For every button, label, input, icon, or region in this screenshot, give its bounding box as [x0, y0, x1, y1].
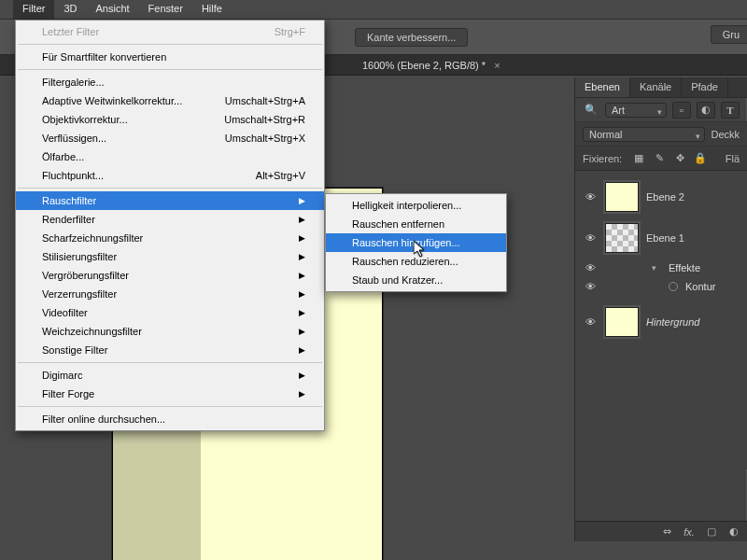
- chevron-right-icon: ▶: [299, 289, 305, 299]
- menubar: Filter 3D Ansicht Fenster Hilfe: [0, 0, 747, 20]
- filter-menu: Letzter FilterStrg+F Für Smartfilter kon…: [15, 20, 325, 431]
- menu-item-letzter-filter[interactable]: Letzter FilterStrg+F: [16, 22, 324, 41]
- menu-item-scharf[interactable]: Scharfzeichnungsfilter▶: [16, 229, 324, 247]
- chevron-right-icon: ▶: [299, 252, 305, 261]
- layer-row[interactable]: 👁 Hintergrund: [575, 301, 747, 343]
- visibility-icon[interactable]: 👁: [583, 191, 598, 203]
- menu-item-smartfilter[interactable]: Für Smartfilter konvertieren: [16, 48, 324, 66]
- document-tab[interactable]: 1600% (Ebene 2, RGB/8) * ×: [355, 60, 508, 71]
- search-icon[interactable]: 🔍: [583, 102, 599, 119]
- chevron-right-icon: ▶: [299, 215, 305, 224]
- menu-ansicht[interactable]: Ansicht: [87, 0, 139, 19]
- filter-image-icon[interactable]: ▫: [672, 102, 691, 119]
- menu-separator: [18, 69, 322, 70]
- mask-icon[interactable]: ▢: [704, 525, 719, 539]
- filter-type-icon[interactable]: T: [721, 102, 740, 119]
- blend-mode-select[interactable]: Normal ▾: [583, 127, 705, 142]
- filter-adjust-icon[interactable]: ◐: [697, 102, 715, 119]
- menu-item-digimarc[interactable]: Digimarc▶: [16, 366, 324, 385]
- link-icon[interactable]: ⇔: [659, 525, 674, 539]
- lock-move-icon[interactable]: ✥: [672, 151, 687, 166]
- filter-row: 🔍 Art ▾ ▫ ◐ T: [575, 98, 747, 122]
- menu-fenster[interactable]: Fenster: [139, 0, 192, 19]
- lock-transparent-icon[interactable]: ▦: [631, 151, 646, 166]
- chevron-down-icon: ▾: [657, 107, 662, 117]
- menu-item-sonstige[interactable]: Sonstige Filter▶: [16, 341, 324, 359]
- chevron-right-icon: ▶: [299, 233, 305, 243]
- chevron-right-icon: ▶: [299, 327, 305, 336]
- menu-3d[interactable]: 3D: [54, 0, 86, 19]
- menu-item-weitwinkel[interactable]: Adaptive Weitwinkelkorrektur...Umschalt+…: [16, 91, 324, 110]
- chevron-right-icon: ▶: [299, 308, 305, 317]
- layer-name[interactable]: Hintergrund: [646, 316, 699, 328]
- submenu-helligkeit[interactable]: Helligkeit interpolieren...: [326, 196, 506, 215]
- menu-item-filterforge[interactable]: Filter Forge▶: [16, 385, 324, 403]
- menu-item-online[interactable]: Filter online durchsuchen...: [16, 410, 324, 428]
- refine-edge-button[interactable]: Kante verbessern...: [355, 28, 468, 47]
- visibility-icon[interactable]: 👁: [583, 316, 598, 328]
- layer-thumb[interactable]: [605, 223, 639, 253]
- group-button[interactable]: Gru: [711, 25, 747, 44]
- menu-hilfe[interactable]: Hilfe: [192, 0, 232, 19]
- menu-item-video[interactable]: Videofilter▶: [16, 303, 324, 322]
- chevron-right-icon: ▶: [299, 371, 305, 380]
- menu-item-verfluessigen[interactable]: Verflüssigen...Umschalt+Strg+X: [16, 129, 324, 147]
- close-icon[interactable]: ×: [494, 60, 500, 71]
- effect-name: Kontur: [685, 281, 715, 292]
- menu-item-rauschfilter[interactable]: Rauschfilter▶: [16, 191, 324, 210]
- submenu-staub[interactable]: Staub und Kratzer...: [326, 271, 506, 289]
- panel-tabs: Ebenen Kanäle Pfade: [575, 77, 747, 98]
- layer-effects-header[interactable]: 👁 ▾ Effekte: [575, 259, 747, 277]
- menu-item-verzerr[interactable]: Verzerrungsfilter▶: [16, 285, 324, 303]
- adjust-icon[interactable]: ◐: [726, 525, 741, 539]
- menu-item-weichzeichen[interactable]: Weichzeichnungsfilter▶: [16, 322, 324, 341]
- menu-filter[interactable]: Filter: [13, 0, 54, 19]
- lock-all-icon[interactable]: 🔒: [693, 151, 708, 166]
- menu-separator: [18, 406, 322, 407]
- layer-name[interactable]: Ebene 1: [646, 232, 684, 244]
- chevron-right-icon: ▶: [299, 196, 305, 205]
- menu-item-renderfilter[interactable]: Renderfilter▶: [16, 210, 324, 229]
- fix-label: Fixieren:: [583, 153, 622, 164]
- layer-row[interactable]: 👁 Ebene 1: [575, 217, 747, 259]
- chevron-down-icon: ▾: [696, 132, 700, 141]
- layer-effect-item[interactable]: 👁 Kontur: [575, 277, 747, 296]
- chevron-right-icon: ▶: [299, 389, 305, 399]
- visibility-icon[interactable]: 👁: [583, 232, 598, 244]
- menu-item-objektiv[interactable]: Objektivkorrektur...Umschalt+Strg+R: [16, 110, 324, 129]
- lock-row: Fixieren: ▦ ✎ ✥ 🔒 Flä: [575, 147, 747, 171]
- fill-label: Flä: [726, 153, 740, 164]
- menu-item-vergroeb[interactable]: Vergröberungsfilter▶: [16, 266, 324, 285]
- layers-list: 👁 Ebene 2 👁 Ebene 1 👁 ▾ Effekte 👁 Kontur…: [575, 171, 747, 469]
- submenu-hinzufuegen[interactable]: Rauschen hinzufügen...: [326, 233, 506, 252]
- layer-thumb[interactable]: [605, 182, 639, 212]
- menu-item-stil[interactable]: Stilisierungsfilter▶: [16, 247, 324, 266]
- tab-ebenen[interactable]: Ebenen: [575, 77, 630, 97]
- blend-mode-label: Normal: [589, 129, 622, 140]
- submenu-entfernen[interactable]: Rauschen entfernen: [326, 215, 506, 233]
- lock-paint-icon[interactable]: ✎: [652, 151, 667, 166]
- menu-separator: [18, 188, 322, 189]
- layer-thumb[interactable]: [605, 307, 639, 337]
- visibility-icon[interactable]: 👁: [583, 262, 598, 273]
- menu-item-filtergalerie[interactable]: Filtergalerie...: [16, 73, 324, 91]
- fx-icon[interactable]: fx.: [682, 525, 697, 539]
- menu-separator: [18, 362, 322, 363]
- tab-pfade[interactable]: Pfade: [682, 77, 728, 97]
- tab-kanaele[interactable]: Kanäle: [630, 77, 682, 97]
- menu-item-oelfarbe[interactable]: Ölfarbe...: [16, 147, 324, 166]
- layer-row[interactable]: 👁 Ebene 2: [575, 176, 747, 217]
- art-select[interactable]: Art ▾: [605, 103, 667, 118]
- menu-separator: [18, 44, 322, 45]
- visibility-icon[interactable]: 👁: [583, 281, 598, 292]
- rauschfilter-submenu: Helligkeit interpolieren... Rauschen ent…: [325, 193, 507, 292]
- menu-item-fluchtpunkt[interactable]: Fluchtpunkt...Alt+Strg+V: [16, 166, 324, 185]
- blend-row: Normal ▾ Deckk: [575, 122, 747, 147]
- layer-name[interactable]: Ebene 2: [646, 191, 684, 203]
- chevron-right-icon: ▶: [299, 345, 305, 355]
- chevron-down-icon[interactable]: ▾: [646, 263, 661, 273]
- right-panel: Ebenen Kanäle Pfade 🔍 Art ▾ ▫ ◐ T Normal…: [574, 77, 747, 541]
- opacity-label: Deckk: [711, 129, 740, 140]
- submenu-reduzieren[interactable]: Rauschen reduzieren...: [326, 252, 506, 271]
- effect-dot-icon: [669, 282, 678, 291]
